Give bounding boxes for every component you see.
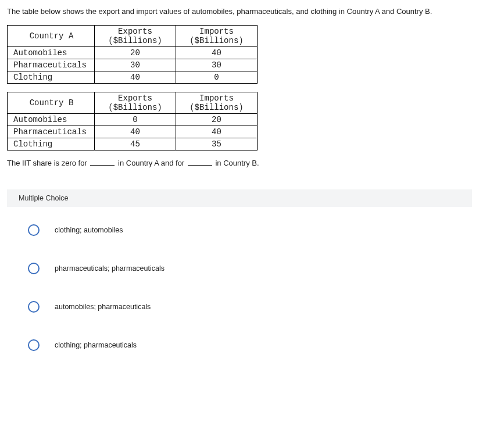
radio-icon[interactable] xyxy=(28,263,40,274)
row-imports: 20 xyxy=(176,114,258,126)
row-label: Pharmaceuticals xyxy=(8,126,95,138)
row-label: Clothing xyxy=(8,138,95,150)
option-label: clothing; pharmaceuticals xyxy=(55,341,137,349)
blank-2 xyxy=(188,165,212,166)
row-exports: 0 xyxy=(95,114,176,126)
question-sentence: The IIT share is zero for in Country A a… xyxy=(7,159,472,167)
row-exports: 30 xyxy=(95,59,176,71)
row-imports: 40 xyxy=(176,126,258,138)
option-label: pharmaceuticals; pharmaceuticals xyxy=(55,264,165,273)
question-part1: The IIT share is zero for xyxy=(7,159,87,167)
row-label: Pharmaceuticals xyxy=(8,59,95,71)
option-row[interactable]: clothing; automobiles xyxy=(7,224,472,236)
option-row[interactable]: clothing; pharmaceuticals xyxy=(7,339,472,351)
row-imports: 35 xyxy=(176,138,258,150)
option-row[interactable]: pharmaceuticals; pharmaceuticals xyxy=(7,263,472,274)
row-label: Automobiles xyxy=(8,47,95,59)
col-header-exports: Exports($Billions) xyxy=(95,26,176,47)
radio-icon[interactable] xyxy=(28,339,40,351)
col-header-exports: Exports($Billions) xyxy=(95,92,176,114)
row-exports: 20 xyxy=(95,47,176,59)
row-imports: 0 xyxy=(176,71,258,84)
question-part3: in Country B. xyxy=(215,159,259,167)
col-header-imports: Imports($Billions) xyxy=(176,26,258,47)
option-label: automobiles; pharmaceuticals xyxy=(55,303,151,311)
row-exports: 40 xyxy=(95,126,176,138)
table-row: Clothing 45 35 xyxy=(8,138,258,150)
row-label: Automobiles xyxy=(8,114,95,126)
table-row: Pharmaceuticals 40 40 xyxy=(8,126,258,138)
table-row: Clothing 40 0 xyxy=(8,71,258,84)
table-row: Pharmaceuticals 30 30 xyxy=(8,59,258,71)
table-b-title: Country B xyxy=(8,92,95,114)
row-exports: 40 xyxy=(95,71,176,84)
radio-icon[interactable] xyxy=(28,301,40,313)
col-header-imports: Imports($Billions) xyxy=(176,92,258,114)
table-row: Automobiles 0 20 xyxy=(8,114,258,126)
multiple-choice-heading: Multiple Choice xyxy=(7,189,472,207)
option-row[interactable]: automobiles; pharmaceuticals xyxy=(7,301,472,313)
question-part2: in Country A and for xyxy=(118,159,184,167)
option-label: clothing; automobiles xyxy=(55,226,123,234)
table-a-title: Country A xyxy=(8,26,95,47)
table-country-a: Country A Exports($Billions) Imports($Bi… xyxy=(7,25,258,84)
table-country-b: Country B Exports($Billions) Imports($Bi… xyxy=(7,92,258,150)
row-imports: 40 xyxy=(176,47,258,59)
radio-icon[interactable] xyxy=(28,224,40,236)
blank-1 xyxy=(90,165,115,166)
table-row: Automobiles 20 40 xyxy=(8,47,258,59)
row-label: Clothing xyxy=(8,71,95,84)
row-imports: 30 xyxy=(176,59,258,71)
intro-text: The table below shows the export and imp… xyxy=(7,7,472,16)
row-exports: 45 xyxy=(95,138,176,150)
